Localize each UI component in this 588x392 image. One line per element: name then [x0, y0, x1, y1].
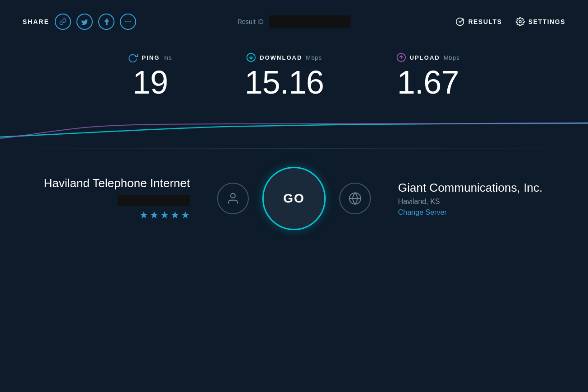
- isp-info: Haviland Telephone Internet ★ ★ ★ ★ ★: [36, 176, 217, 221]
- settings-icon: [516, 17, 525, 26]
- star-5: ★: [181, 209, 190, 221]
- go-button-label: GO: [283, 191, 305, 206]
- star-2: ★: [150, 209, 159, 221]
- globe-icon: [348, 192, 362, 205]
- isp-id-bar: [118, 195, 190, 206]
- ping-label: PING: [142, 54, 160, 61]
- ping-unit: ms: [163, 54, 172, 61]
- results-icon: [455, 17, 465, 26]
- upload-stat: UPLOAD Mbps 1.67: [360, 52, 496, 99]
- results-label: RESULTS: [468, 18, 502, 25]
- settings-nav[interactable]: SETTINGS: [516, 17, 565, 26]
- svg-point-9: [231, 194, 235, 198]
- upload-value: 1.67: [397, 66, 459, 99]
- link-icon[interactable]: [55, 14, 71, 30]
- svg-point-4: [519, 21, 521, 23]
- user-icon: [226, 192, 240, 205]
- download-icon: [246, 52, 256, 62]
- download-unit: Mbps: [306, 54, 322, 61]
- upload-label: UPLOAD: [410, 54, 440, 61]
- twitter-icon[interactable]: [76, 14, 93, 30]
- speed-graph: [0, 108, 588, 144]
- download-header: DOWNLOAD Mbps: [246, 52, 322, 62]
- bottom-section: Haviland Telephone Internet ★ ★ ★ ★ ★ GO: [0, 149, 588, 248]
- header: SHARE Result ID: [0, 0, 588, 43]
- svg-point-1: [128, 21, 129, 23]
- change-server-link[interactable]: Change Server: [398, 208, 552, 217]
- ping-value: 19: [133, 66, 168, 99]
- star-3: ★: [160, 209, 169, 221]
- graph-svg: [0, 108, 588, 144]
- star-4: ★: [171, 209, 180, 221]
- ping-header: PING ms: [128, 52, 172, 62]
- upload-header: UPLOAD Mbps: [396, 52, 460, 62]
- svg-point-2: [129, 21, 131, 23]
- results-nav[interactable]: RESULTS: [455, 17, 502, 26]
- go-button[interactable]: GO: [262, 167, 326, 230]
- server-name: Giant Communications, Inc.: [398, 180, 552, 196]
- facebook-icon[interactable]: [98, 14, 114, 30]
- settings-label: SETTINGS: [528, 18, 565, 25]
- result-id-label: Result ID: [237, 18, 264, 25]
- upload-icon: [396, 52, 406, 62]
- share-section: SHARE: [23, 14, 136, 30]
- ping-icon: [128, 52, 138, 62]
- server-info: Giant Communications, Inc. Haviland, KS …: [371, 180, 552, 217]
- share-label: SHARE: [23, 18, 49, 25]
- ping-stat: PING ms 19: [92, 52, 208, 99]
- isp-name: Haviland Telephone Internet: [36, 176, 190, 191]
- user-icon-button[interactable]: [217, 183, 249, 214]
- download-label: DOWNLOAD: [260, 54, 302, 61]
- result-id-section: Result ID: [237, 15, 351, 28]
- server-location: Haviland, KS: [398, 198, 552, 206]
- result-id-value: [269, 15, 351, 28]
- more-icon[interactable]: [120, 14, 136, 30]
- download-stat: DOWNLOAD Mbps 15.16: [209, 52, 360, 99]
- star-1: ★: [139, 209, 148, 221]
- right-nav: RESULTS SETTINGS: [455, 17, 565, 26]
- svg-point-3: [456, 18, 464, 26]
- download-value: 15.16: [245, 66, 324, 99]
- svg-point-0: [125, 21, 127, 23]
- center-controls: GO: [217, 167, 371, 230]
- stats-section: PING ms 19 DOWNLOAD Mbps 15.16 UPLOAD Mb…: [0, 43, 588, 103]
- star-rating: ★ ★ ★ ★ ★: [36, 209, 190, 221]
- upload-unit: Mbps: [444, 54, 460, 61]
- globe-icon-button[interactable]: [339, 183, 371, 214]
